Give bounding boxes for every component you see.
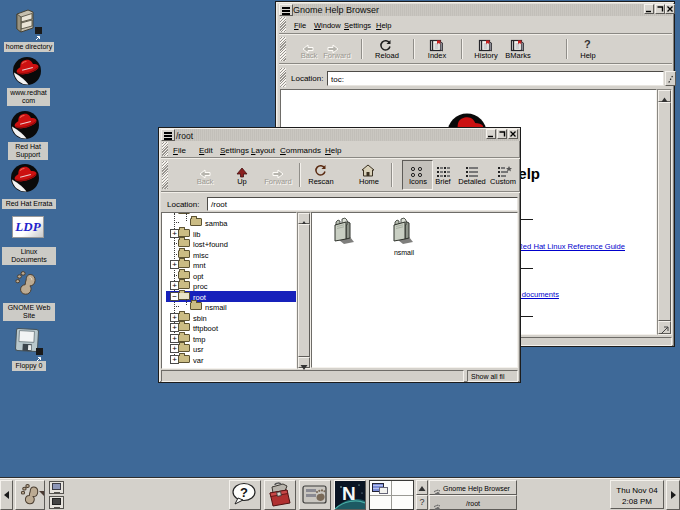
svg-text:?: ? <box>584 38 591 50</box>
svg-text:N: N <box>342 483 356 504</box>
svg-text:?: ? <box>240 485 248 500</box>
